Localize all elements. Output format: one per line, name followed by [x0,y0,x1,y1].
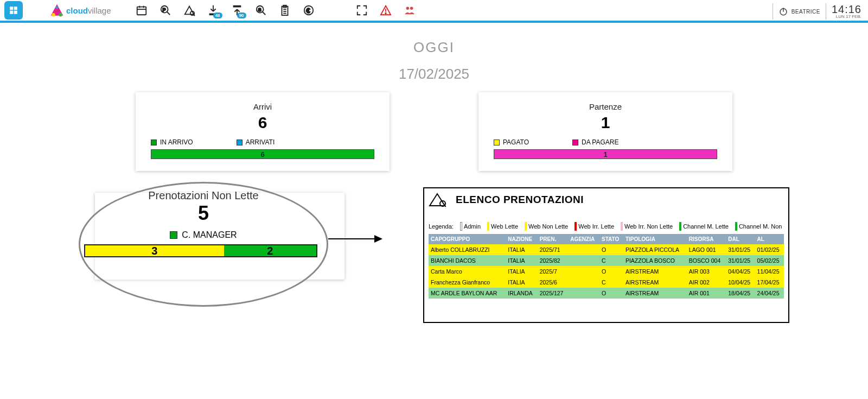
cell-dal: 10/04/25 [726,277,755,288]
svg-text:€: € [306,7,310,15]
euro-button[interactable]: € [303,4,315,16]
cell-nazione: ITALIA [506,244,537,255]
svg-rect-0 [10,7,13,10]
separator [826,3,826,20]
elenco-prenotazioni-panel: ELENCO PRENOTAZIONI Legenda: Admin Web L… [423,187,789,323]
cell-al: 24/04/25 [755,288,784,299]
th-dal[interactable]: DAL [726,234,755,244]
square-green-icon [170,231,177,239]
table-row[interactable]: Carta MarcoITALIA2025/7OAIRSTREAMAIR 003… [429,266,784,277]
th-risorsa[interactable]: RISORSA [687,234,726,244]
search-parking-button[interactable]: P [159,4,171,16]
fullscreen-icon [356,4,368,16]
th-capogruppo[interactable]: CAPOGRUPPO [429,234,506,244]
tent-search-icon [183,4,195,16]
th-nazione[interactable]: NAZIONE [506,234,537,244]
power-icon[interactable] [778,7,788,16]
cell-capogruppo: BIANCHI DACOS [429,255,506,266]
th-stato[interactable]: STATO [599,234,623,244]
cell-stato: O [599,266,623,277]
arrivi-card[interactable]: Arrivi 6 IN ARRIVO ARRIVATI 6 [136,92,390,171]
partenze-card[interactable]: Partenze 1 PAGATO DA PAGARE 1 [478,92,732,171]
prenotazioni-bar: 3 2 [84,244,317,257]
top-bar: cloudvillage P 48 90 S € [0,0,868,23]
svg-rect-8 [137,7,146,15]
cell-risorsa: AIR 003 [687,266,726,277]
svg-point-7 [56,7,59,9]
cell-dal: 04/04/25 [726,266,755,277]
grid-icon [9,5,18,15]
cell-capogruppo: Carta Marco [429,266,506,277]
home-button[interactable] [4,1,23,20]
cell-risorsa: AIR 002 [687,277,726,288]
cell-al: 05/02/25 [755,255,784,266]
prenotazioni-seg-green: 2 [224,245,316,256]
table-row[interactable]: MC ARDLE BAYLON AARIRLANDA2025/127OAIRST… [429,288,784,299]
cell-capogruppo: MC ARDLE BAYLON AAR [429,288,506,299]
calendar-button[interactable] [136,4,148,16]
svg-line-39 [445,206,446,207]
arrivi-bar: 6 [151,149,374,159]
user-name[interactable]: BEATRICE [792,9,820,15]
svg-rect-3 [14,11,17,14]
cell-agenzia [568,255,599,266]
arrow-right-icon [328,231,382,247]
clock-date: LUN 17 FEB. [832,15,861,19]
tent-list-icon [429,193,446,207]
cell-al: 17/04/25 [755,277,784,288]
table-row[interactable]: Franchezza GianfrancoITALIA2025/6CAIRSTR… [429,277,784,288]
th-agenzia[interactable]: AGENZIA [568,234,599,244]
table-row[interactable]: BIANCHI DACOSITALIA2025/82CPIAZZOLA BOSC… [429,255,784,266]
logo-icon [50,3,64,17]
svg-text:P: P [162,7,165,12]
th-tipologia[interactable]: TIPOLOGIA [623,234,687,244]
cell-agenzia [568,288,599,299]
partenze-title: Partenze [494,102,717,111]
users-icon [404,4,416,16]
checkout-badge: 90 [237,12,246,18]
cell-capogruppo: Alberto COLLABRUZZI [429,244,506,255]
checkin-button[interactable]: 48 [207,4,219,16]
legend-in-arrivo: IN ARRIVO [151,138,193,146]
cell-dal: 31/01/25 [726,255,755,266]
cell-nazione: IRLANDA [506,288,537,299]
cell-tipologia: PIAZZOLA BOSCO [623,255,687,266]
topbar-right: BEATRICE 14:16 LUN 17 FEB. [767,0,861,23]
tent-search-button[interactable] [183,4,195,16]
brand-logo[interactable]: cloudvillage [50,3,111,17]
svg-line-19 [194,15,195,16]
toolbar: P 48 90 S € [136,4,416,16]
legend-arrivati: ARRIVATI [237,138,275,146]
legenda-label: Legenda: [429,223,454,230]
checkin-badge: 48 [213,12,222,18]
th-al[interactable]: AL [755,234,784,244]
svg-rect-2 [10,11,13,14]
svg-point-32 [406,7,409,10]
users-button[interactable] [404,4,416,16]
cell-nazione: ITALIA [506,277,537,288]
th-pren[interactable]: PREN. [538,234,569,244]
magnify-s-icon: S [255,4,267,16]
cell-risorsa: LAGO 001 [687,244,726,255]
search-s-button[interactable]: S [255,4,267,16]
prenotazioni-table: CAPOGRUPPO NAZIONE PREN. AGENZIA STATO T… [429,234,784,299]
table-row[interactable]: Alberto COLLABRUZZIITALIA2025/71OPIAZZOL… [429,244,784,255]
prenotazioni-seg-yellow: 3 [85,245,224,256]
cell-pren: 2025/7 [538,266,569,277]
alert-triangle-icon [380,4,392,16]
cell-risorsa: AIR 001 [687,288,726,299]
svg-text:S: S [258,7,261,12]
cell-stato: C [599,277,623,288]
checkout-button[interactable]: 90 [231,4,243,16]
cell-tipologia: AIRSTREAM [623,277,687,288]
today-label: OGGI [0,39,868,56]
cell-pren: 2025/82 [538,255,569,266]
legend-web-lette: Web Lette [487,222,518,231]
fullscreen-button[interactable] [356,4,368,16]
cell-agenzia [568,244,599,255]
clipboard-button[interactable] [279,4,291,16]
separator [773,3,773,20]
alert-button[interactable] [380,4,392,16]
legend-cm-non: Channel M. Non [735,222,782,231]
clock-time: 14:16 [832,4,861,15]
